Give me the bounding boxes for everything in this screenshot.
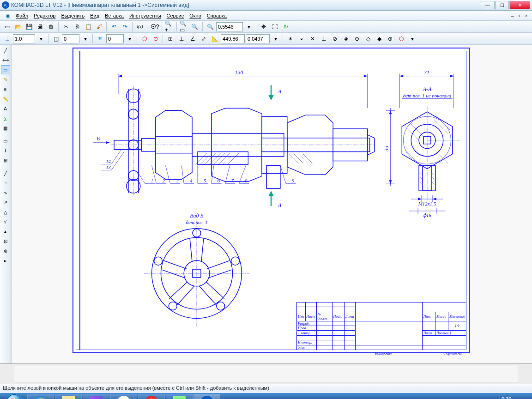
menu-view[interactable]: Вид — [87, 12, 102, 19]
snap-point-icon[interactable]: ⬡ — [139, 34, 150, 44]
tool-rough-icon[interactable]: √ — [1, 217, 10, 226]
maximize-button[interactable]: ☐ — [495, 1, 509, 9]
snap-end-icon[interactable]: ✶ — [285, 34, 296, 44]
tool-line-icon[interactable]: ╱ — [1, 169, 10, 178]
drawing-canvas[interactable]: 130 31 А А — [11, 45, 532, 363]
tool-mark-icon[interactable]: △ — [1, 207, 10, 217]
save-icon[interactable]: 💾 — [24, 22, 34, 32]
tool-text-icon[interactable]: A — [1, 104, 10, 113]
taskbar-ie[interactable] — [27, 394, 54, 399]
snap-mid-icon[interactable]: ⚬ — [296, 34, 307, 44]
angle-icon[interactable]: ∠ — [187, 34, 198, 44]
expand-icon[interactable]: ▸ — [1, 256, 10, 265]
tool-rect-icon[interactable]: ▭ — [1, 136, 10, 145]
tray-clock[interactable]: 0:36 19.05.2015 — [494, 396, 519, 399]
tool-edit-icon[interactable]: ✎ — [1, 75, 10, 84]
zoom-in-icon[interactable]: 🔍+ — [164, 22, 175, 32]
snap-int-icon[interactable]: ✕ — [308, 34, 318, 44]
close-button[interactable]: ✕ — [509, 1, 530, 9]
fx-icon[interactable]: f(x) — [135, 22, 145, 32]
show-desktop-button[interactable] — [523, 394, 526, 399]
taskbar-app1[interactable] — [83, 394, 109, 399]
dropdown-icon[interactable]: ▾ — [36, 34, 46, 44]
tool-geometry-icon[interactable]: ╱ — [1, 46, 10, 55]
mdi-minimize[interactable]: – — [510, 13, 515, 18]
app-menu-icon[interactable]: ◉ — [3, 11, 13, 21]
dropdown-icon[interactable]: ▾ — [125, 34, 135, 44]
fit-icon[interactable]: ⛶ — [270, 22, 280, 32]
line-width-input[interactable] — [13, 34, 35, 43]
snap-node-icon[interactable]: ◇ — [363, 34, 373, 44]
tool-spline-icon[interactable]: ∿ — [1, 188, 10, 197]
tool-text2-icon[interactable]: T — [1, 146, 10, 155]
menu-window[interactable]: Окно — [187, 12, 204, 19]
style-input[interactable] — [106, 34, 124, 43]
new-doc-icon[interactable]: ▭ — [2, 22, 12, 32]
zoom-out-icon[interactable]: 🔍- — [190, 22, 200, 32]
cut-icon[interactable]: ✂ — [61, 22, 71, 32]
tool-hatch-icon[interactable]: ▦ — [1, 123, 10, 133]
snap-ins-icon[interactable]: ⊕ — [385, 34, 395, 44]
start-button[interactable] — [2, 393, 27, 399]
taskbar-explorer[interactable] — [55, 394, 82, 399]
coord-y-input[interactable] — [246, 34, 270, 43]
copy-icon[interactable]: ⎘ — [72, 22, 82, 32]
minimize-button[interactable]: — — [481, 1, 495, 9]
tool-symbol-icon[interactable]: ∑ — [1, 114, 10, 123]
menu-tools[interactable]: Инструменты — [127, 12, 164, 19]
zoom-tool-icon[interactable]: 🔍 — [205, 22, 215, 32]
menu-file[interactable]: Файл — [13, 12, 31, 19]
menu-insert[interactable]: Вставка — [102, 12, 127, 19]
dropdown-icon[interactable]: ▾ — [271, 34, 281, 44]
taskbar-app3[interactable] — [166, 394, 193, 399]
tool-arc-icon[interactable]: ◝ — [1, 178, 10, 187]
dropdown-icon[interactable]: ▾ — [244, 22, 254, 32]
zoom-window-icon[interactable]: 🔍▭ — [179, 22, 189, 32]
print-icon[interactable]: 🖶 — [35, 22, 45, 32]
menu-select[interactable]: Выделить — [58, 12, 87, 19]
pan-icon[interactable]: ✥ — [259, 22, 269, 32]
ruler-icon[interactable]: 📐 — [210, 34, 220, 44]
open-icon[interactable]: 📂 — [13, 22, 23, 32]
zoom-value-input[interactable] — [216, 22, 243, 31]
menu-help[interactable]: Справка — [204, 12, 230, 19]
snap-perp-icon[interactable]: ⊥ — [319, 34, 329, 44]
track-icon[interactable]: ⤢ — [199, 34, 209, 44]
snap-para-icon[interactable]: ⬡ — [396, 34, 406, 44]
snap-quad-icon[interactable]: ◆ — [374, 34, 384, 44]
grid-icon[interactable]: ⊞ — [165, 34, 175, 44]
coord-x-input[interactable] — [221, 34, 245, 43]
tool-leader-icon[interactable]: ↗ — [1, 198, 10, 207]
taskbar-app2[interactable]: ▶ — [110, 394, 137, 399]
layer-icon[interactable]: ◫ — [51, 34, 61, 44]
tool-param-icon[interactable]: ≡ — [1, 85, 10, 94]
dropdown-icon[interactable]: ▾ — [80, 34, 91, 44]
tool-base-icon[interactable]: ▲ — [1, 227, 10, 236]
snap-icon[interactable]: ⟂ — [2, 34, 12, 44]
mdi-close[interactable]: × — [524, 13, 529, 18]
taskbar-kompas[interactable]: K — [193, 394, 220, 399]
mdi-restore[interactable]: ▫ — [517, 13, 522, 18]
ortho-icon[interactable]: ⊥ — [176, 34, 187, 44]
undo-icon[interactable]: ↶ — [109, 22, 119, 32]
style-icon[interactable]: ≋ — [95, 34, 105, 44]
help-pointer-icon[interactable]: ⦿? — [150, 22, 160, 32]
paste-icon[interactable]: 📋 — [83, 22, 93, 32]
tool-tolerance-icon[interactable]: ⊡ — [1, 236, 10, 246]
brush-icon[interactable]: 🖌 — [94, 22, 104, 32]
menu-edit[interactable]: Редактор — [31, 12, 58, 19]
tool-measure-icon[interactable]: 📏 — [1, 94, 10, 103]
preview-icon[interactable]: 🗎 — [46, 22, 56, 32]
redo-icon[interactable]: ↷ — [120, 22, 130, 32]
layer-input[interactable] — [62, 34, 79, 43]
tool-dim-icon[interactable]: ⟷ — [1, 55, 10, 65]
taskbar-opera[interactable] — [138, 394, 165, 399]
tool-select-icon[interactable]: ▭ — [1, 65, 10, 74]
refresh-icon[interactable]: ↻ — [281, 22, 291, 32]
snap-tan-icon[interactable]: ⊘ — [330, 34, 340, 44]
snap-center-icon[interactable]: ⊙ — [352, 34, 362, 44]
snap-magnet-icon[interactable]: ⊙ — [151, 34, 161, 44]
tool-center-icon[interactable]: ⊕ — [1, 246, 10, 255]
menu-service[interactable]: Сервис — [164, 12, 187, 19]
dropdown-icon[interactable]: ▾ — [407, 34, 417, 44]
